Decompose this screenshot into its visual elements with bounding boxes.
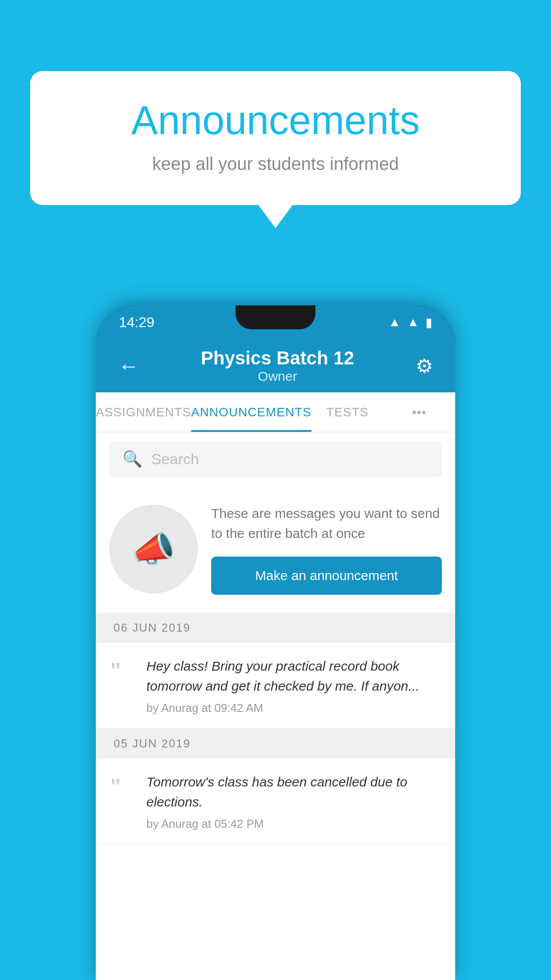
- back-button[interactable]: ←: [114, 349, 144, 383]
- megaphone-icon: 📣: [131, 528, 176, 570]
- search-container: 🔍 Search: [96, 432, 455, 486]
- tab-assignments[interactable]: ASSIGNMENTS: [96, 392, 191, 432]
- tab-announcements[interactable]: ANNOUNCEMENTS: [191, 392, 311, 432]
- search-bar[interactable]: 🔍 Search: [109, 441, 442, 477]
- phone-content: 🔍 Search 📣 These are messages you want t…: [96, 432, 455, 980]
- app-bar-title: Physics Batch 12: [201, 348, 354, 369]
- notch: [236, 305, 315, 329]
- announcement-item-1[interactable]: " Hey class! Bring your practical record…: [96, 643, 455, 729]
- date-separator-2: 05 JUN 2019: [96, 729, 455, 759]
- speech-bubble-container: Announcements keep all your students inf…: [30, 71, 521, 205]
- announcement-text-1: Hey class! Bring your practical record b…: [146, 656, 442, 696]
- promo-icon-circle: 📣: [109, 505, 198, 593]
- status-bar: 14:29 ▲ ▲ ▮: [96, 305, 455, 339]
- bubble-title: Announcements: [66, 98, 485, 143]
- tab-tests[interactable]: TESTS: [311, 392, 383, 432]
- announcement-promo: 📣 These are messages you want to send to…: [96, 486, 455, 613]
- wifi-icon: ▲: [389, 315, 401, 329]
- announcement-text-wrap-1: Hey class! Bring your practical record b…: [146, 656, 442, 715]
- promo-description: These are messages you want to send to t…: [211, 503, 442, 543]
- quote-icon-2: ": [109, 774, 136, 831]
- announcement-meta-1: by Anurag at 09:42 AM: [146, 701, 442, 715]
- announcement-item-2[interactable]: " Tomorrow's class has been cancelled du…: [96, 759, 455, 845]
- announcement-text-wrap-2: Tomorrow's class has been cancelled due …: [146, 772, 442, 831]
- settings-button[interactable]: ⚙: [411, 350, 437, 382]
- tabs-container: ASSIGNMENTS ANNOUNCEMENTS TESTS •••: [96, 392, 455, 432]
- make-announcement-button[interactable]: Make an announcement: [211, 557, 442, 595]
- bubble-subtitle: keep all your students informed: [66, 154, 485, 174]
- signal-icon: ▲: [407, 315, 419, 329]
- promo-right: These are messages you want to send to t…: [211, 503, 442, 595]
- search-icon: 🔍: [122, 450, 142, 468]
- announcement-text-2: Tomorrow's class has been cancelled due …: [146, 772, 442, 812]
- status-icons: ▲ ▲ ▮: [389, 315, 432, 330]
- app-bar-title-container: Physics Batch 12 Owner: [201, 348, 354, 384]
- announcement-meta-2: by Anurag at 05:42 PM: [146, 817, 442, 831]
- app-bar-subtitle: Owner: [201, 369, 354, 384]
- search-placeholder: Search: [151, 450, 199, 468]
- app-bar: ← Physics Batch 12 Owner ⚙: [96, 339, 455, 392]
- quote-icon-1: ": [109, 658, 136, 715]
- battery-icon: ▮: [425, 315, 432, 330]
- status-time: 14:29: [119, 314, 154, 331]
- phone-frame: 14:29 ▲ ▲ ▮ ← Physics Batch 12 Owner ⚙ A…: [96, 305, 455, 980]
- tab-more[interactable]: •••: [383, 392, 455, 432]
- speech-bubble: Announcements keep all your students inf…: [30, 71, 521, 205]
- date-separator-1: 06 JUN 2019: [96, 613, 455, 643]
